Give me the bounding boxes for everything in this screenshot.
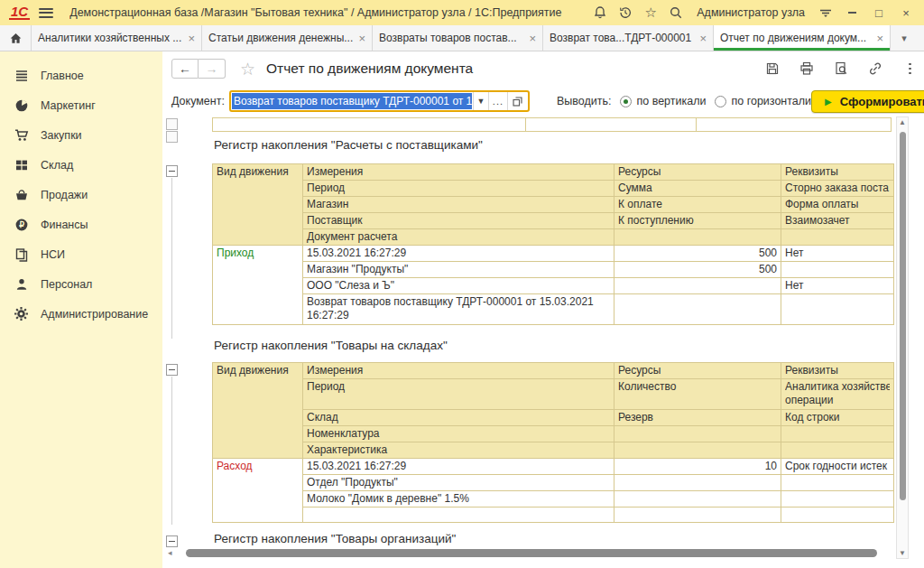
cell[interactable]: Магазин [303,197,614,213]
collapse-group-icon[interactable] [166,535,178,547]
cell[interactable]: Количество [614,379,781,410]
scroll-up-icon[interactable]: ▲ [897,118,908,126]
register-title[interactable]: Регистр накопления "Товары организаций" [214,532,456,545]
sidebar-item-warehouse[interactable]: Склад [0,150,162,180]
sidebar-item-administration[interactable]: Администрирование [0,299,162,329]
cell[interactable]: Измерения [303,363,614,379]
main-menu-icon[interactable] [39,8,53,18]
cell[interactable] [614,491,781,507]
cell[interactable]: Реквизиты [781,363,894,379]
bell-icon[interactable] [592,5,608,21]
cell[interactable]: Нет [781,246,894,262]
cell[interactable]: К оплате [614,197,781,213]
back-button[interactable]: ← [171,59,199,79]
sidebar-item-marketing[interactable]: Маркетинг [0,90,162,120]
sidebar-item-main[interactable]: Главное [0,61,162,90]
cell[interactable]: Форма оплаты [781,197,894,213]
cell[interactable] [614,442,781,459]
cell[interactable]: Нет [781,278,894,294]
tab-document-movements-report[interactable]: Отчет по движениям докум... × [714,25,891,51]
cell[interactable]: 15.03.2021 16:27:29 [303,246,614,262]
cell[interactable]: Сумма [614,181,781,197]
favorites-star-icon[interactable]: ☆ [642,5,659,21]
cell[interactable] [781,475,894,491]
cell[interactable]: Период [303,181,614,197]
close-icon[interactable]: × [897,5,915,21]
home-tab[interactable] [0,25,32,51]
scroll-left-icon[interactable]: ◂ [168,548,172,557]
cell[interactable]: 10 [614,459,781,475]
group-level-box[interactable] [166,131,178,143]
more-dots-icon[interactable] [902,61,918,77]
cell[interactable] [212,117,526,132]
cell[interactable]: 500 [614,246,781,262]
sidebar-item-sales[interactable]: Продажи [0,180,162,210]
cell[interactable]: Взаимозачет [781,213,894,229]
cell[interactable]: Характеристика [303,442,614,459]
cell-movement-type[interactable]: Приход [213,246,303,325]
print-icon[interactable] [799,61,815,77]
cell[interactable]: 500 [614,262,781,278]
link-icon[interactable] [868,61,883,77]
cell[interactable] [303,507,614,523]
search-icon[interactable] [668,5,684,21]
sidebar-item-finance[interactable]: ₽ Финансы [0,210,162,239]
cell[interactable] [781,507,894,523]
register-title[interactable]: Регистр накопления "Расчеты с поставщика… [214,138,483,152]
document-dropdown-icon[interactable]: ▼ [473,92,488,110]
cell[interactable] [781,442,894,459]
cell-movement-type[interactable]: Расход [213,459,303,523]
cell[interactable]: Склад [303,410,614,426]
cell[interactable]: Реквизиты [781,164,894,181]
cell[interactable]: К поступлению [614,213,781,229]
tab-close-icon[interactable]: × [876,32,883,45]
cell[interactable] [781,426,894,442]
tab-returns-list[interactable]: Возвраты товаров постав... × [373,25,543,51]
vertical-scroll-thumb[interactable] [900,132,906,500]
cell[interactable] [697,117,892,132]
cell[interactable] [614,475,781,491]
cell[interactable]: Отдел "Продукты" [303,475,614,491]
cell[interactable]: Документ расчета [303,229,614,246]
sidebar-item-purchasing[interactable]: Закупки [0,120,162,150]
cell[interactable]: Ресурсы [614,164,781,181]
sidebar-item-nsi[interactable]: НСИ [0,239,162,269]
document-choose-button[interactable]: ... [488,92,507,110]
cell[interactable] [526,117,697,132]
cell[interactable] [614,278,781,294]
cell[interactable] [781,262,894,278]
cell[interactable]: Срок годности истек [781,459,894,475]
cell[interactable]: Ресурсы [614,363,781,379]
group-level-box[interactable] [166,118,178,130]
cell[interactable]: Измерения [303,164,614,181]
collapse-group-icon[interactable] [166,364,178,376]
register-title[interactable]: Регистр накопления "Товары на складах" [214,339,448,352]
tab-analytics[interactable]: Аналитики хозяйственных ... × [32,25,202,51]
history-icon[interactable] [617,5,633,21]
cell[interactable] [781,491,894,507]
cell[interactable] [781,294,894,325]
document-open-icon[interactable] [507,92,528,110]
horizontal-scroll-thumb[interactable] [186,549,877,557]
cell[interactable]: Молоко "Домик в деревне" 1.5% [303,491,614,507]
minimize-icon[interactable] [843,5,861,21]
radio-vertical[interactable]: по вертикали [620,95,706,107]
cell[interactable]: Вид движения [213,363,303,459]
tab-return-document[interactable]: Возврат това...ТДРТ-000001 × [543,25,714,51]
cell[interactable]: 15.03.2021 16:27:29 [303,459,614,475]
cell[interactable] [614,229,781,246]
tab-cashflow-items[interactable]: Статьи движения денежны... × [202,25,373,51]
vertical-scrollbar[interactable]: ▲ ▼ [896,116,909,559]
cell[interactable]: Сторно заказа поста [781,181,894,197]
generate-button[interactable]: ▶ Сформировать [811,90,924,113]
cell[interactable]: ООО "Слеза и Ъ" [303,278,614,294]
maximize-icon[interactable]: □ [870,5,888,21]
tab-close-icon[interactable]: × [188,32,195,45]
preview-icon[interactable] [834,61,849,77]
radio-horizontal[interactable]: по горизонтали [715,95,811,107]
tab-close-icon[interactable]: × [358,32,365,45]
cell[interactable]: Вид движения [213,164,303,246]
cell[interactable]: Период [303,379,614,410]
cell[interactable] [614,507,781,523]
current-user[interactable]: Администратор узла [697,6,805,19]
